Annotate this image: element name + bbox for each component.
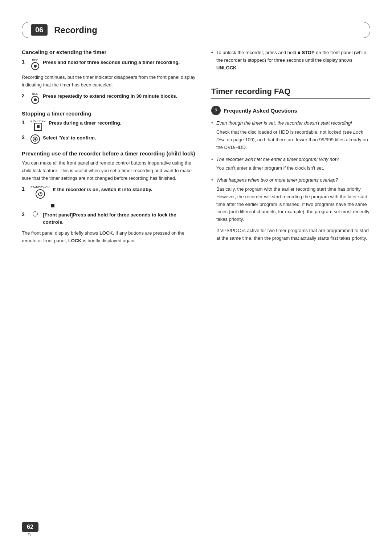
right-column: To unlock the recorder, press and hold ■… bbox=[211, 49, 370, 248]
faq-question-1: Even though the timer is set, the record… bbox=[216, 120, 352, 126]
page-number: 62 bbox=[22, 522, 38, 532]
step2-text: Press repeatedly to extend recording in … bbox=[43, 93, 177, 100]
faq-subsection-label: Frequently Asked Questions bbox=[224, 108, 297, 114]
page-lang: En bbox=[28, 532, 32, 537]
rec-icon-2: REC bbox=[30, 93, 40, 104]
section3-heading: Preventing use of the recorder before a … bbox=[22, 150, 197, 157]
page: 06 Recording Canceling or extending the … bbox=[0, 0, 392, 555]
step1-number: 1 bbox=[22, 59, 28, 65]
childlock-step2-body: The front panel display briefly shows LO… bbox=[22, 230, 197, 245]
stop-step1: 1 STOP REC Press during a timer recordin… bbox=[22, 119, 197, 131]
childlock-step1-number: 1 bbox=[22, 186, 28, 192]
childlock-step1-text: If the recorder is on, switch it into st… bbox=[53, 186, 152, 193]
svg-point-1 bbox=[34, 138, 36, 140]
faq-answer-3b: If VPS/PDC is active for two timer progr… bbox=[216, 227, 370, 242]
childlock-step1: 1 STANDBY/ON If the recorder is on, swi bbox=[22, 186, 197, 199]
content-columns: Canceling or extending the timer 1 REC P… bbox=[22, 49, 370, 248]
faq-icon bbox=[211, 106, 221, 115]
enter-icon bbox=[30, 134, 40, 144]
childlock-step2-text: [Front panel]Press and hold for three se… bbox=[43, 211, 197, 226]
faq-answer-2: You can't enter a timer program if the c… bbox=[216, 165, 370, 172]
faq-subsection-title: Frequently Asked Questions bbox=[211, 106, 370, 115]
rec-icon-1: REC bbox=[30, 59, 40, 70]
stop-step1-number: 1 bbox=[22, 119, 28, 125]
step2-extend: 2 REC Press repeatedly to extend recordi… bbox=[22, 93, 197, 104]
childlock-step2: 2 [Front panel]Press and hold for three … bbox=[22, 211, 197, 226]
faq-item-3: What happens when two or more timer prog… bbox=[211, 177, 370, 242]
faq-title: Timer recording FAQ bbox=[211, 87, 370, 99]
step2-number: 2 bbox=[22, 93, 28, 98]
stop-step2: 2 Select 'Yes' to confirm bbox=[22, 134, 197, 144]
childlock-step2-number: 2 bbox=[22, 211, 28, 217]
stop-rec-icon: STOP REC bbox=[30, 119, 46, 131]
faq-item-2: The recorder won't let me enter a timer … bbox=[211, 156, 370, 173]
stop-step1-text: Press during a timer recording. bbox=[49, 119, 121, 127]
step1-cancel: 1 REC Press and hold for three seconds d… bbox=[22, 59, 197, 70]
stop-step2-number: 2 bbox=[22, 134, 28, 140]
black-square bbox=[44, 202, 197, 209]
page-number-block: 62 En bbox=[22, 522, 38, 537]
faq-bullet-list: Even though the timer is set, the record… bbox=[211, 119, 370, 242]
step1-text: Press and hold for three seconds during … bbox=[43, 59, 180, 66]
chapter-header: 06 Recording bbox=[22, 22, 370, 38]
stop-step2-text: Select 'Yes' to confirm. bbox=[43, 134, 96, 142]
faq-answer-1: Check that the disc loaded or HDD is rec… bbox=[216, 129, 370, 151]
left-column: Canceling or extending the timer 1 REC P… bbox=[22, 49, 197, 248]
section3-body: You can make all the front panel and rem… bbox=[22, 159, 197, 182]
step1-body: Recording continues, but the timer indic… bbox=[22, 74, 197, 89]
chapter-title: Recording bbox=[54, 25, 97, 35]
standby-icon: STANDBY/ON bbox=[30, 186, 50, 199]
faq-item-1: Even though the timer is set, the record… bbox=[211, 119, 370, 151]
unlock-bullet: To unlock the recorder, press and hold ■… bbox=[211, 49, 370, 72]
faq-answer-3a: Basically, the program with the earlier … bbox=[216, 186, 370, 223]
chapter-number: 06 bbox=[31, 24, 48, 36]
unlock-bullet-list: To unlock the recorder, press and hold ■… bbox=[211, 49, 370, 72]
faq-question-2: The recorder won't let me enter a timer … bbox=[216, 157, 339, 162]
faq-section: Timer recording FAQ Frequently Asked Que… bbox=[211, 87, 370, 242]
small-circle-icon bbox=[30, 211, 40, 216]
section1-heading: Canceling or extending the timer bbox=[22, 49, 197, 55]
section2-heading: Stopping a timer recording bbox=[22, 110, 197, 117]
faq-question-3: What happens when two or more timer prog… bbox=[216, 177, 338, 183]
